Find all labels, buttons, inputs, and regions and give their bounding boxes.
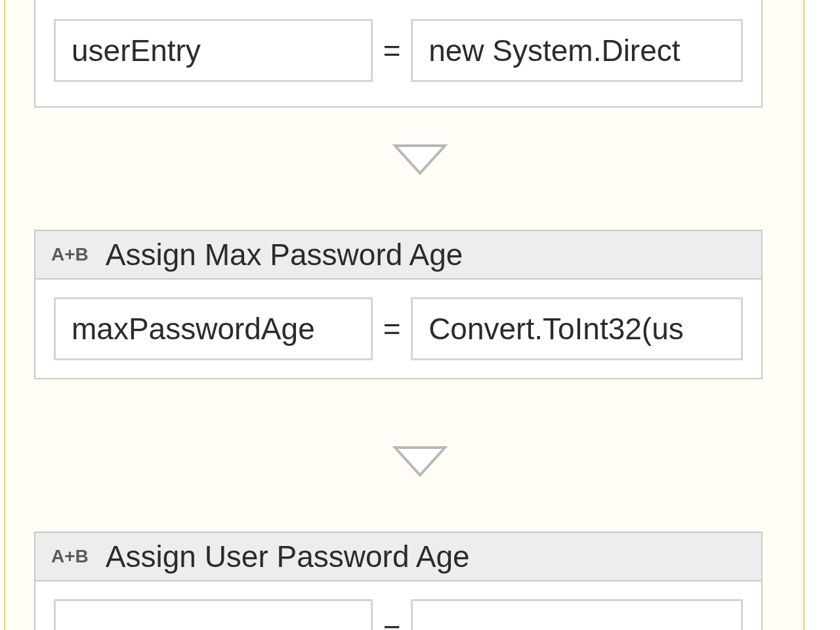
activity-header[interactable]: A+B Assign Max Password Age (35, 231, 761, 280)
svg-marker-1 (395, 448, 445, 475)
activity-title: Assign User Password Age (106, 539, 470, 574)
assign-body: = (35, 581, 761, 630)
assign-body: maxPasswordAge = Convert.ToInt32(us (35, 280, 761, 378)
assign-value-field[interactable]: Convert.ToInt32(us (411, 297, 743, 360)
flow-connector[interactable] (392, 445, 448, 479)
assign-icon: A+B (51, 244, 89, 265)
activity-title: Assign Max Password Age (106, 237, 463, 272)
assign-activity-2[interactable]: A+B Assign Max Password Age maxPasswordA… (34, 230, 763, 379)
assign-to-field[interactable] (54, 599, 373, 630)
activity-header[interactable]: A+B Assign User Password Age (35, 533, 761, 581)
equals-label: = (382, 311, 402, 346)
assign-body: userEntry = new System.Direct (35, 0, 761, 106)
flow-connector[interactable] (392, 143, 448, 177)
assign-value-field[interactable]: new System.Direct (411, 19, 743, 82)
assign-to-field[interactable]: userEntry (54, 19, 373, 82)
svg-marker-0 (395, 146, 445, 173)
assign-activity-3[interactable]: A+B Assign User Password Age = (34, 532, 763, 630)
assign-value-field[interactable] (411, 599, 743, 630)
assign-activity-1[interactable]: userEntry = new System.Direct (34, 0, 763, 108)
assign-to-field[interactable]: maxPasswordAge (54, 297, 373, 360)
equals-label: = (382, 613, 402, 630)
equals-label: = (382, 33, 402, 68)
assign-icon: A+B (51, 546, 89, 567)
